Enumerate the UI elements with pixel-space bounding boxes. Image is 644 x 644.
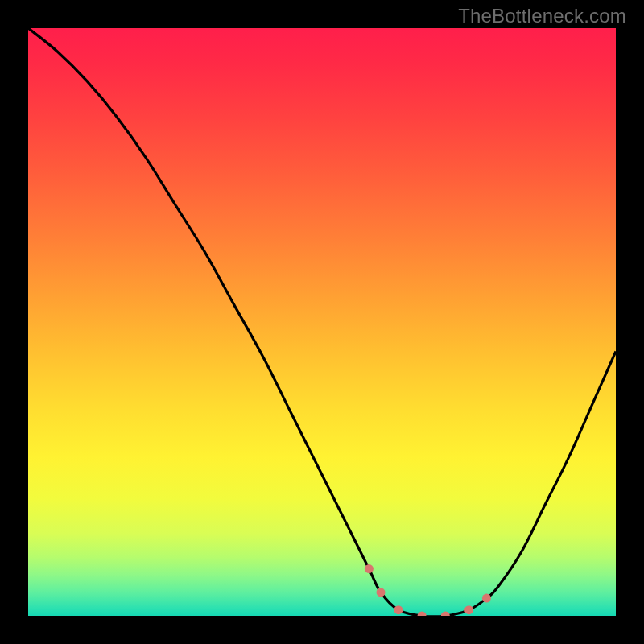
chart-frame: TheBottleneck.com xyxy=(0,0,644,644)
optimal-point xyxy=(464,605,473,614)
optimal-point xyxy=(394,605,402,614)
optimal-point xyxy=(418,612,427,617)
curve-layer xyxy=(28,28,616,616)
optimal-range-markers xyxy=(365,564,491,616)
bottleneck-curve xyxy=(28,28,616,616)
optimal-point xyxy=(365,564,374,573)
watermark-text: TheBottleneck.com xyxy=(458,5,626,27)
optimal-point xyxy=(441,612,450,617)
plot-area xyxy=(28,28,616,616)
optimal-point xyxy=(377,588,386,597)
optimal-point xyxy=(482,594,491,603)
